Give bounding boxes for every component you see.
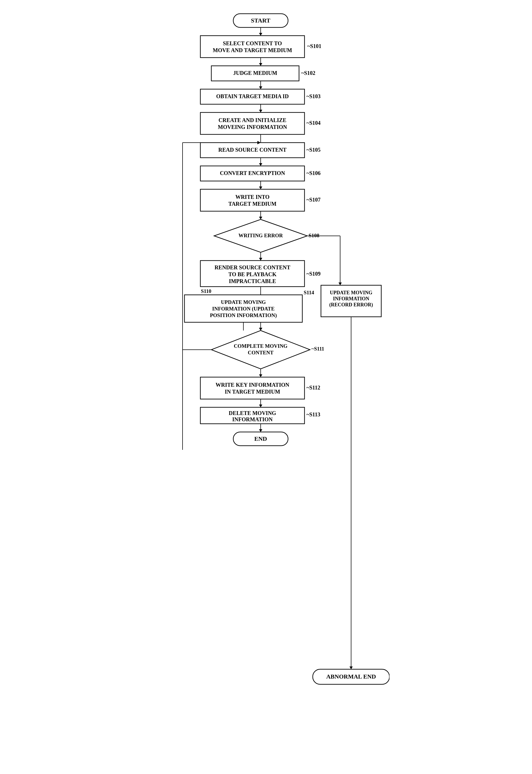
s111-text1: COMPLETE MOVING	[234, 343, 288, 349]
s107-rect	[200, 189, 305, 211]
s101-text2: MOVE AND TARGET MEDIUM	[213, 47, 292, 53]
arrow1	[259, 33, 262, 36]
s114-id: S114	[303, 290, 314, 295]
s109-id: ~S109	[306, 271, 321, 277]
s108-text: WRITING ERROR	[238, 232, 283, 238]
arrow14	[259, 429, 262, 432]
arrow7	[259, 186, 262, 189]
arrow12	[259, 374, 262, 377]
s110-text3: POSITION INFORMATION)	[210, 312, 277, 318]
s108-right-arrow	[338, 282, 342, 285]
s110-text2: INFORMATION (UPDATE	[212, 306, 275, 312]
s103-text: OBTAIN TARGET MEDIA ID	[216, 93, 289, 99]
s104-id: ~S104	[306, 120, 321, 126]
s106-text: CONVERT ENCRYPTION	[220, 170, 285, 176]
flowchart-container: START SELECT CONTENT TO MOVE AND TARGET …	[0, 0, 532, 724]
end-text: END	[254, 435, 267, 442]
s101-rect	[200, 36, 305, 58]
s114-text3: (RECORD ERROR)	[329, 302, 373, 308]
s108-id: S108	[309, 232, 319, 238]
arrow3	[259, 86, 262, 89]
s102-id: ~S102	[301, 70, 315, 76]
s105-text: READ SOURCE CONTENT	[218, 147, 287, 153]
s112-rect	[200, 377, 305, 399]
s109-text2: TO BE PLAYBACK	[228, 271, 277, 277]
arrow8	[259, 217, 262, 219]
abnormal-end-text: ABNORMAL END	[326, 673, 376, 680]
s113-text1: DELETE MOVING	[229, 410, 276, 416]
s104-text2: MOVEING INFORMATION	[218, 124, 287, 130]
s103-id: ~S103	[306, 93, 321, 99]
s109-text3: IMPRACTICABLE	[229, 278, 276, 284]
s106-id: ~S106	[306, 170, 321, 176]
s110-id: S110	[201, 288, 211, 294]
s111-id: ~S111	[311, 346, 324, 351]
s104-text1: CREATE AND INITIALIZE	[218, 117, 286, 123]
start-text: START	[251, 17, 270, 24]
s114-down-arrow	[349, 667, 353, 669]
s107-text1: WRITE INTO	[235, 194, 269, 200]
arrow6	[259, 163, 262, 166]
s112-id: ~S112	[306, 384, 320, 391]
s101-text1: SELECT CONTENT TO	[223, 40, 282, 46]
arrow13	[259, 405, 262, 407]
s110-arrow	[259, 328, 262, 330]
s107-text2: TARGET MEDIUM	[228, 201, 277, 207]
s114-text1: UPDATE MOVING	[330, 290, 372, 295]
s114-text2: INFORMATION	[333, 296, 369, 301]
arrow9	[259, 258, 262, 260]
s113-text2: INFORMATION	[232, 417, 273, 423]
s105-id: ~S105	[306, 147, 321, 153]
s110-text1: UPDATE MOVING	[221, 299, 266, 305]
s113-id: ~S113	[306, 412, 320, 418]
arrow2	[259, 63, 262, 66]
arrow4	[259, 110, 262, 112]
s111-text2: CONTENT	[248, 350, 274, 355]
s101-id: ~S101	[307, 43, 322, 49]
flowchart-svg: START SELECT CONTENT TO MOVE AND TARGET …	[143, 5, 389, 719]
s112-text2: IN TARGET MEDIUM	[224, 389, 280, 395]
s102-text: JUDGE MEDIUM	[233, 70, 277, 76]
s104-rect	[200, 112, 305, 134]
s112-text1: WRITE KEY INFORMATION	[215, 382, 289, 388]
s109-text1: RENDER SOURCE CONTENT	[214, 264, 290, 270]
s107-id: ~S107	[306, 197, 321, 203]
